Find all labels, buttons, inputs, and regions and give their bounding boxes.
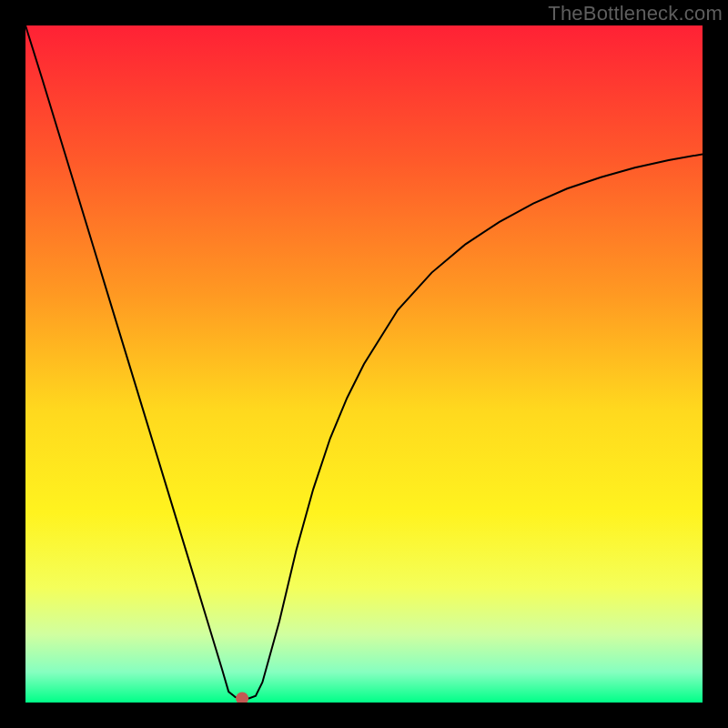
chart-frame: TheBottleneck.com [0, 0, 728, 728]
watermark-text: TheBottleneck.com [548, 2, 723, 25]
chart-svg [25, 25, 703, 703]
plot-area [25, 25, 703, 703]
